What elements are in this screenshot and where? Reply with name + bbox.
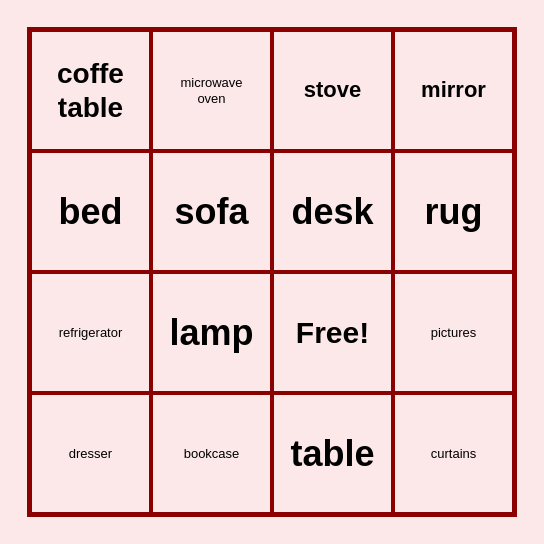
cell-4: mirror [393,30,514,151]
cell-12: pictures [393,272,514,393]
cell-16: curtains [393,393,514,514]
cell-15: table [272,393,393,514]
cell-13-text: dresser [69,446,112,462]
cell-2-text: microwaveoven [180,75,242,106]
cell-2: microwaveoven [151,30,272,151]
cell-4-text: mirror [421,77,486,103]
cell-9-text: refrigerator [59,325,123,341]
cell-3: stove [272,30,393,151]
cell-5: bed [30,151,151,272]
cell-13: dresser [30,393,151,514]
cell-15-text: table [290,432,374,475]
cell-8: rug [393,151,514,272]
cell-1-text: coffetable [57,57,124,124]
cell-7-text: desk [291,190,373,233]
cell-11: Free! [272,272,393,393]
cell-1: coffetable [30,30,151,151]
cell-11-text: Free! [296,315,369,351]
cell-10: lamp [151,272,272,393]
cell-5-text: bed [58,190,122,233]
cell-6-text: sofa [174,190,248,233]
cell-12-text: pictures [431,325,477,341]
cell-14: bookcase [151,393,272,514]
bingo-board: coffetablemicrowaveovenstovemirrorbedsof… [27,27,517,517]
cell-14-text: bookcase [184,446,240,462]
cell-3-text: stove [304,77,361,103]
cell-6: sofa [151,151,272,272]
cell-8-text: rug [425,190,483,233]
cell-7: desk [272,151,393,272]
cell-10-text: lamp [169,311,253,354]
cell-9: refrigerator [30,272,151,393]
cell-16-text: curtains [431,446,477,462]
